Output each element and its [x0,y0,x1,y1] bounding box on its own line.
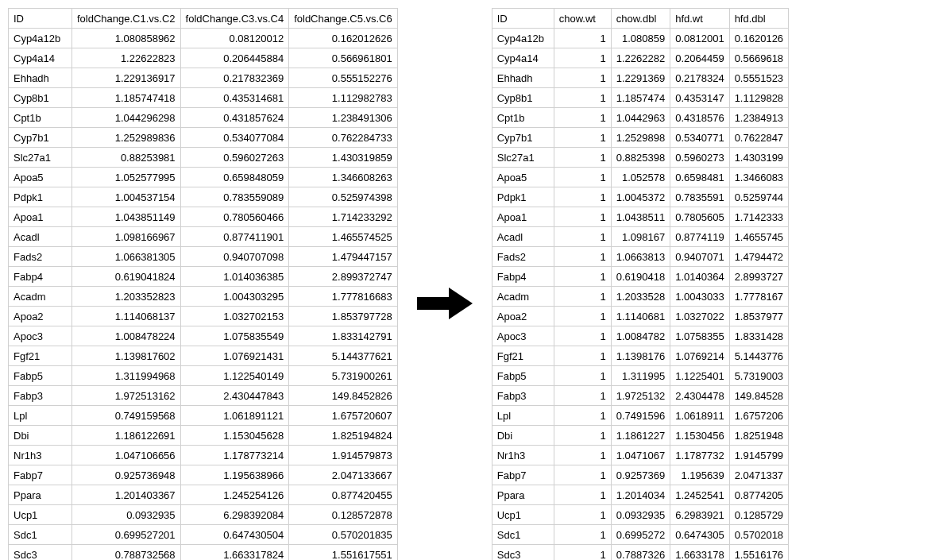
id-cell: Cyp8b1 [492,88,554,108]
value-cell: 0.5340771 [670,128,729,148]
table-row: Acadm1.2033528231.0043032951.777816683 [9,287,398,307]
table-row: Fabp31.9725131622.430447843149.8452826 [9,386,398,406]
value-cell: 0.7805605 [670,207,729,227]
value-cell: 1 [554,545,611,561]
id-cell: Apoa2 [9,307,72,326]
value-cell: 1.914579873 [289,446,398,465]
table-row: Cyp4a12b1.0808589620.081200120.162012626 [9,29,398,48]
value-cell: 0.5702018 [729,525,788,545]
value-cell: 1.0438511 [611,207,670,227]
id-cell: Pdpk1 [492,187,554,207]
value-cell: 1.8251948 [729,426,788,446]
value-cell: 0.8825398 [611,148,670,168]
value-cell: 1.311995 [611,366,670,386]
value-cell: 1.032702153 [180,307,289,326]
col-header: chow.wt [554,9,611,29]
value-cell: 1.1787732 [670,446,729,465]
value-cell: 1.2262282 [611,48,670,68]
value-cell: 0.596027263 [180,148,289,168]
value-cell: 0.7491596 [611,406,670,426]
table-row: Fgf211.1398176021.0769214315.144377621 [9,346,398,366]
value-cell: 0.6598481 [670,168,729,187]
value-cell: 0.2178324 [670,68,729,88]
value-cell: 1.430319859 [289,148,398,168]
id-cell: Ehhadh [9,68,72,88]
value-cell: 1 [554,187,611,207]
id-cell: Cyp8b1 [9,88,72,108]
value-cell: 1.833142791 [289,326,398,346]
value-cell: 1.2291369 [611,68,670,88]
id-cell: Sdc3 [492,545,554,561]
id-cell: Ehhadh [492,68,554,88]
value-cell: 1.551617551 [289,545,398,561]
value-cell: 1.185747418 [72,88,181,108]
value-cell: 1.972513162 [72,386,181,406]
value-cell: 0.659848059 [180,168,289,187]
id-cell: Fabp7 [492,465,554,485]
value-cell: 1.311994968 [72,366,181,386]
id-cell: Fabp5 [492,366,554,386]
value-cell: 0.8774119 [670,227,729,247]
value-cell: 1.4794472 [729,247,788,267]
value-cell: 1 [554,207,611,227]
col-header: foldChange.C5.vs.C6 [289,9,398,29]
value-cell: 6.298392084 [180,505,289,525]
value-cell: 0.788732568 [72,545,181,561]
left-table: ID foldChange.C1.vs.C2 foldChange.C3.vs.… [8,8,398,560]
value-cell: 1.098167 [611,227,670,247]
value-cell: 0.0932935 [72,505,181,525]
table-row: Lpl0.7491595681.0618911211.675720607 [9,406,398,426]
right-table: ID chow.wt chow.dbl hfd.wt hfd.dbl Cyp4a… [492,8,789,560]
id-cell: Slc27a1 [9,148,72,168]
id-cell: Fabp7 [9,465,72,485]
value-cell: 1.9725132 [611,386,670,406]
value-cell: 1.825194824 [289,426,398,446]
value-cell: 0.7622847 [729,128,788,148]
table-row: Apoc31.0084782241.0758355491.833142791 [9,326,398,346]
col-header: hfd.wt [670,9,729,29]
value-cell: 1 [554,128,611,148]
value-cell: 1.3466083 [729,168,788,187]
table-row: Pdpk111.00453720.78355910.5259744 [492,187,788,207]
table-row: Nr1h31.0471066561.1787732141.914579873 [9,446,398,465]
table-row: Cyp4a1411.22622820.20644590.5669618 [492,48,788,68]
value-cell: 0.8774205 [729,485,788,505]
table-row: Apoa11.0438511490.7805604661.714233292 [9,207,398,227]
id-cell: Fabp3 [9,386,72,406]
value-cell: 1.1140681 [611,307,670,326]
value-cell: 149.8452826 [289,386,398,406]
value-cell: 1.6757206 [729,406,788,426]
id-cell: Sdc3 [9,545,72,561]
value-cell: 2.8993727 [729,267,788,287]
value-cell: 5.1443776 [729,346,788,366]
value-cell: 1.245254126 [180,485,289,505]
value-cell: 1.047106656 [72,446,181,465]
id-cell: Acadm [9,287,72,307]
value-cell: 1.1857474 [611,88,670,108]
value-cell: 1.080858962 [72,29,181,48]
value-cell: 149.84528 [729,386,788,406]
value-cell: 0.762284733 [289,128,398,148]
table-row: Cyp4a141.226228230.2064458840.566961801 [9,48,398,68]
table-row: Cyp7b11.2529898360.5340770840.762284733 [9,128,398,148]
value-cell: 1.0618911 [670,406,729,426]
id-cell: Acadl [9,227,72,247]
value-cell: 0.619041824 [72,267,181,287]
table-row: Acadm11.20335281.00430331.7778167 [492,287,788,307]
table-row: Fgf2111.13981761.07692145.1443776 [492,346,788,366]
value-cell: 1 [554,108,611,128]
value-cell: 1.0758355 [670,326,729,346]
value-cell: 0.555152276 [289,68,398,88]
value-cell: 1.1129828 [729,88,788,108]
value-cell: 1 [554,406,611,426]
value-cell: 1 [554,386,611,406]
value-cell: 0.0932935 [611,505,670,525]
id-cell: Fabp5 [9,366,72,386]
value-cell: 1.004537154 [72,187,181,207]
table-row: Fabp311.97251322.4304478149.84528 [492,386,788,406]
id-cell: Lpl [492,406,554,426]
value-cell: 0.431857624 [180,108,289,128]
value-cell: 0.435314681 [180,88,289,108]
value-cell: 2.430447843 [180,386,289,406]
value-cell: 1 [554,247,611,267]
